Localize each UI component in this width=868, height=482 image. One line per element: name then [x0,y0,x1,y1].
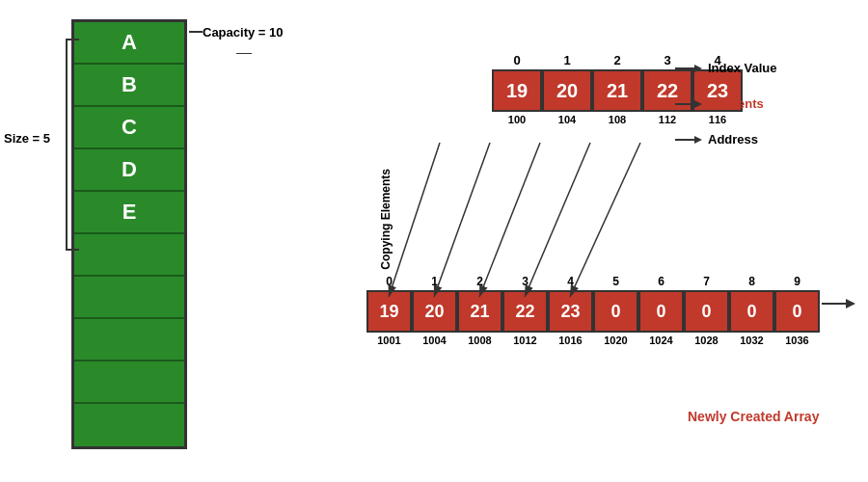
left-array: A B C D E [71,19,187,449]
large-cell-2: 21 [457,290,502,333]
large-addr-7: 1028 [684,335,729,346]
svg-marker-7 [846,299,855,308]
large-cell-5: 0 [593,290,638,333]
left-cell-empty-5 [74,404,184,446]
left-cell-b: B [74,65,184,107]
large-index-6: 6 [638,275,684,288]
small-addr-row: 100 104 108 112 116 [492,114,743,125]
left-cell-empty-3 [74,319,184,362]
large-addr-1: 1004 [412,335,457,346]
small-cell-2: 21 [592,69,642,112]
large-index-1: 1 [412,275,457,288]
legend-index-label: Index Value [708,61,777,75]
capacity-line [236,53,252,54]
large-addr-2: 1008 [457,335,502,346]
large-index-4: 4 [548,275,593,288]
small-addr-4: 116 [692,114,743,125]
left-cell-empty-2 [74,277,184,319]
newly-created-label: Newly Created Array [688,409,819,424]
large-cell-9: 0 [774,290,820,333]
large-index-7: 7 [684,275,729,288]
small-addr-1: 104 [542,114,592,125]
large-index-3: 3 [502,275,548,288]
large-addr-3: 1012 [502,335,548,346]
large-addr-8: 1032 [729,335,774,346]
large-addr-4: 1016 [548,335,593,346]
large-index-0: 0 [366,275,412,288]
large-cell-6: 0 [638,290,684,333]
large-array: 19 20 21 22 23 0 0 0 0 0 [366,290,820,333]
svg-line-12 [525,143,590,297]
left-cell-d: D [74,149,184,192]
large-cell-4: 23 [548,290,593,333]
svg-line-9 [389,143,440,297]
small-index-1: 1 [542,53,592,67]
large-addr-9: 1036 [774,335,820,346]
large-cell-3: 22 [502,290,548,333]
legend-index: Index Value [675,61,777,75]
large-cell-7: 0 [684,290,729,333]
copying-label: Copying Elements [379,169,393,270]
left-cell-c: C [74,107,184,149]
left-cell-e: E [74,192,184,234]
left-cell-empty-1 [74,234,184,277]
small-cell-0: 19 [492,69,542,112]
large-index-2: 2 [457,275,502,288]
legend-address-label: Address [708,132,758,147]
small-cell-1: 20 [542,69,592,112]
large-addr-5: 1020 [593,335,638,346]
small-index-0: 0 [492,53,542,67]
svg-line-10 [434,143,490,297]
legend-elements: Elements [675,96,764,111]
large-array-section: 0 1 2 3 4 5 6 7 8 9 19 20 21 22 23 0 0 0… [366,275,820,346]
large-index-9: 9 [774,275,820,288]
svg-line-11 [479,143,540,297]
capacity-line [189,31,203,33]
large-index-5: 5 [593,275,638,288]
left-cell-a: A [74,22,184,65]
large-array-arrow [822,297,856,310]
large-addr-row: 1001 1004 1008 1012 1016 1020 1024 1028 … [366,335,820,346]
svg-line-13 [570,143,640,297]
size-brace [66,39,79,251]
size-label: Size = 5 [4,131,50,146]
large-index-8: 8 [729,275,774,288]
small-addr-3: 112 [642,114,692,125]
small-index-2: 2 [592,53,642,67]
left-cell-empty-4 [74,362,184,404]
large-cell-8: 0 [729,290,774,333]
capacity-label: Capacity = 10 [203,25,283,40]
large-cell-0: 19 [366,290,412,333]
legend-address: Address [675,132,758,147]
svg-marker-3 [694,100,702,108]
large-addr-6: 1024 [638,335,684,346]
svg-marker-1 [694,65,702,72]
large-addr-0: 1001 [366,335,412,346]
large-cell-1: 20 [412,290,457,333]
small-addr-2: 108 [592,114,642,125]
small-addr-0: 100 [492,114,542,125]
legend-elements-label: Elements [708,96,764,111]
svg-marker-5 [694,136,702,144]
large-index-row: 0 1 2 3 4 5 6 7 8 9 [366,275,820,288]
